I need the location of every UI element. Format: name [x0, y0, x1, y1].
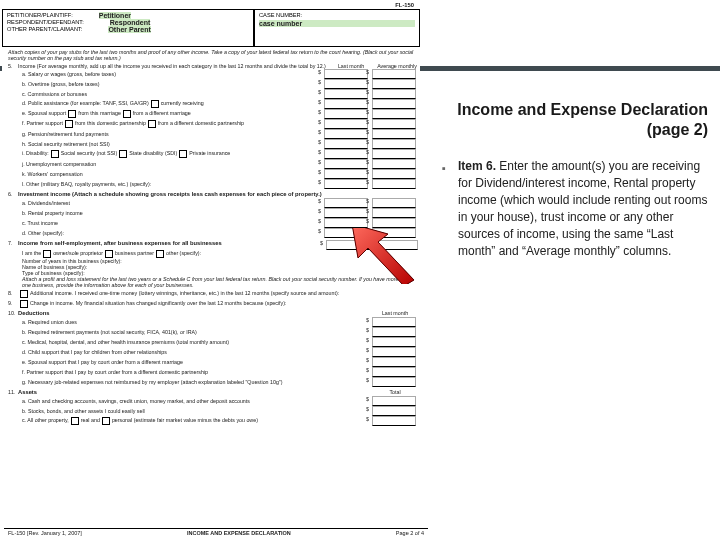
amount-field	[324, 89, 368, 99]
checkbox-icon	[43, 250, 51, 258]
slide-text-column: Income and Expense Declaration (page 2) …	[442, 100, 708, 260]
sec11-item: c. All other property,real andpersonal (…	[22, 417, 368, 425]
sec10-item: d. Child support that I pay for children…	[22, 349, 368, 355]
sec11-title: Assets	[18, 389, 372, 396]
case-number-label: CASE NUMBER:	[259, 12, 415, 18]
sec7-owner-line: I am theowner/sole proprietorbusiness pa…	[8, 250, 418, 258]
form-code: FL-150	[2, 2, 420, 9]
checkbox-icon	[20, 300, 28, 308]
other-parent-label: OTHER PARENT/CLAIMANT:	[7, 26, 82, 33]
amount-field	[324, 109, 368, 119]
amount-field	[372, 79, 416, 89]
case-caption-boxes: PETITIONER/PLAINTIFF:Petitioner RESPONDE…	[2, 9, 420, 47]
amount-field	[374, 240, 418, 250]
amount-field	[372, 139, 416, 149]
amount-field	[372, 327, 416, 337]
checkbox-icon	[151, 100, 159, 108]
slide-title: Income and Expense Declaration (page 2)	[442, 100, 708, 140]
slide-bullet: ▪ Item 6. Enter the amount(s) you are re…	[442, 158, 708, 260]
sec5-item: h. Social security retirement (not SSI)	[22, 141, 320, 147]
amount-field	[372, 357, 416, 367]
checkbox-icon	[105, 250, 113, 258]
checkbox-icon	[51, 150, 59, 158]
bullet-icon: ▪	[442, 160, 450, 260]
sec5-item: l. Other (military BAQ, royalty payments…	[22, 181, 320, 187]
amount-field	[324, 228, 368, 238]
amount-field	[372, 179, 416, 189]
amount-field	[372, 69, 416, 79]
checkbox-icon	[65, 120, 73, 128]
sec8-num: 8.	[8, 290, 18, 296]
respondent-value: Respondent	[110, 19, 150, 26]
amount-field	[372, 208, 416, 218]
sec5-item: f. Partner supportfrom this domestic par…	[22, 120, 320, 128]
sec5-item: e. Spousal supportfrom this marriagefrom…	[22, 110, 320, 118]
amount-field	[324, 69, 368, 79]
amount-field	[372, 99, 416, 109]
amount-field	[372, 317, 416, 327]
amount-field	[372, 347, 416, 357]
amount-field	[372, 109, 416, 119]
amount-field	[372, 337, 416, 347]
sec10-item: c. Medical, hospital, dental, and other …	[22, 339, 368, 345]
sec5-num: 5.	[8, 63, 18, 69]
form-footer: FL-150 [Rev. January 1, 2007] INCOME AND…	[4, 528, 428, 537]
slide-page: FL-150 PETITIONER/PLAINTIFF:Petitioner R…	[0, 0, 720, 540]
amount-field	[324, 159, 368, 169]
checkbox-icon	[68, 110, 76, 118]
checkbox-icon	[20, 290, 28, 298]
sec8-title: Additional income. I received one-time m…	[30, 290, 418, 296]
sec5-item: b. Overtime (gross, before taxes)	[22, 81, 320, 87]
bullet-body: Enter the amount(s) you are receiving fo…	[458, 159, 707, 258]
sec6-item: a. Dividends/interest	[22, 200, 320, 206]
sec10-item: f. Partner support that I pay by court o…	[22, 369, 368, 375]
footer-right: Page 2 of 4	[396, 530, 424, 536]
sec6-item: c. Trust income	[22, 220, 320, 226]
amount-field	[372, 396, 416, 406]
petitioner-value: Petitioner	[99, 12, 131, 19]
sec10-item: a. Required union dues	[22, 319, 368, 325]
attach-instruction: Attach copies of your pay stubs for the …	[2, 47, 420, 61]
sec10-col: Last month	[372, 310, 418, 316]
amount-field	[372, 198, 416, 208]
checkbox-icon	[71, 417, 79, 425]
amount-field	[324, 179, 368, 189]
amount-field	[324, 198, 368, 208]
checkbox-icon	[119, 150, 127, 158]
sec11-item: b. Stocks, bonds, and other assets I cou…	[22, 408, 368, 414]
amount-field	[372, 218, 416, 228]
section-9-change-in-income: 9.Change in income. My financial situati…	[2, 298, 420, 308]
amount-field	[372, 149, 416, 159]
sec10-item: e. Spousal support that I pay by court o…	[22, 359, 368, 365]
sec10-item: g. Necessary job-related expenses not re…	[22, 379, 368, 385]
sec5-item: c. Commissions or bonuses	[22, 91, 320, 97]
petitioner-label: PETITIONER/PLAINTIFF:	[7, 12, 73, 19]
amount-field	[372, 169, 416, 179]
sec6-title: Investment income (Attach a schedule sho…	[18, 191, 418, 198]
sec6-num: 6.	[8, 191, 18, 197]
sec5-item: j. Unemployment compensation	[22, 161, 320, 167]
form-fl150-page2: FL-150 PETITIONER/PLAINTIFF:Petitioner R…	[2, 2, 420, 538]
amount-field	[372, 159, 416, 169]
sec6-item: b. Rental property income	[22, 210, 320, 216]
amount-field	[372, 406, 416, 416]
sec10-title: Deductions	[18, 310, 372, 317]
bullet-text: Item 6. Enter the amount(s) you are rece…	[458, 158, 708, 260]
sec7-num: 7.	[8, 240, 18, 246]
sec6-item: d. Other (specify):	[22, 230, 320, 236]
amount-field	[324, 169, 368, 179]
section-6-investment-income: 6.Investment income (Attach a schedule s…	[2, 189, 420, 238]
sec5-item: g. Pension/retirement fund payments	[22, 131, 320, 137]
bullet-lead: Item 6.	[458, 159, 496, 173]
section-11-assets: 11.AssetsTotal a. Cash and checking acco…	[2, 387, 420, 426]
amount-field	[372, 367, 416, 377]
amount-field	[324, 129, 368, 139]
amount-field	[326, 240, 370, 250]
sec9-num: 9.	[8, 300, 18, 306]
checkbox-icon	[179, 150, 187, 158]
sec5-title: Income (For average monthly, add up all …	[18, 63, 330, 69]
sec11-num: 11.	[8, 389, 18, 395]
sec5-item: k. Workers' compensation	[22, 171, 320, 177]
sec9-title: Change in income. My financial situation…	[30, 300, 418, 306]
section-7-self-employment: 7.Income from self-employment, after bus…	[2, 238, 420, 288]
